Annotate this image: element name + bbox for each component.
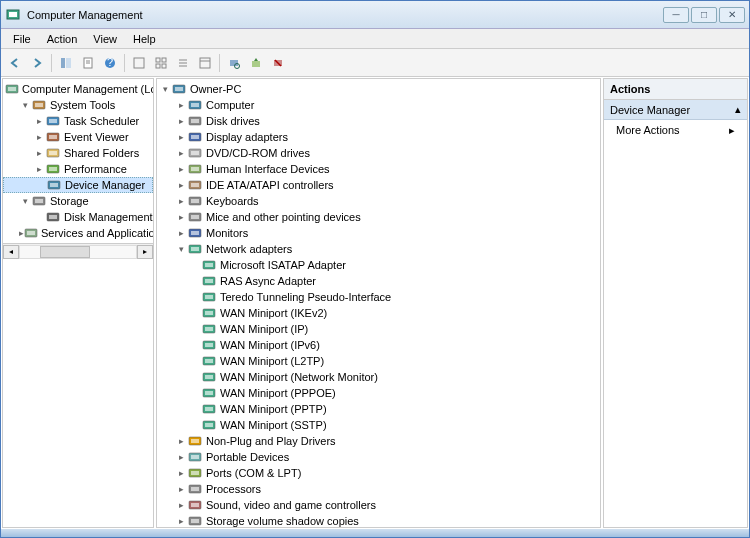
tree-item[interactable]: WAN Miniport (PPTP) [157,401,600,417]
tree-item[interactable]: ▸Human Interface Devices [157,161,600,177]
neta-icon [201,370,217,384]
tree-item[interactable]: ▸Monitors [157,225,600,241]
tree-item[interactable]: ▸Disk drives [157,113,600,129]
view-large-button[interactable] [129,53,149,73]
help-button[interactable]: ? [100,53,120,73]
tree-item[interactable]: Microsoft ISATAP Adapter [157,257,600,273]
expand-icon[interactable]: ▸ [33,148,45,158]
left-hscrollbar[interactable]: ◂▸ [3,243,153,259]
tree-item[interactable]: ▸Portable Devices [157,449,600,465]
collapse-icon[interactable]: ▾ [175,244,187,254]
menu-action[interactable]: Action [39,31,86,47]
svg-rect-75 [205,327,213,331]
expand-icon[interactable]: ▸ [175,164,187,174]
tree-item[interactable]: ▸Services and Applications [3,225,153,241]
scan-hardware-button[interactable] [224,53,244,73]
expand-icon[interactable]: ▸ [175,500,187,510]
svg-rect-21 [252,61,260,67]
menu-help[interactable]: Help [125,31,164,47]
view-list-button[interactable] [173,53,193,73]
back-button[interactable] [5,53,25,73]
expand-icon[interactable]: ▸ [175,100,187,110]
collapse-icon[interactable]: ▾ [19,196,31,206]
tree-item-label: Non-Plug and Play Drivers [206,435,336,447]
actions-section[interactable]: Device Manager ▴ [604,100,747,120]
collapse-icon[interactable]: ▾ [159,84,171,94]
tree-item[interactable]: ▸IDE ATA/ATAPI controllers [157,177,600,193]
tree-item-label: Shared Folders [64,147,139,159]
device-root[interactable]: ▾Owner-PC [157,81,600,97]
svg-rect-3 [66,58,71,68]
expand-icon[interactable]: ▸ [33,164,45,174]
tree-item[interactable]: ▸Storage volume shadow copies [157,513,600,528]
expand-icon[interactable]: ▸ [175,468,187,478]
tree-item[interactable]: WAN Miniport (L2TP) [157,353,600,369]
tree-item[interactable]: ▸Keyboards [157,193,600,209]
forward-button[interactable] [27,53,47,73]
tree-item[interactable]: ▸Ports (COM & LPT) [157,465,600,481]
tree-item[interactable]: ▸Mice and other pointing devices [157,209,600,225]
tree-item[interactable]: WAN Miniport (IKEv2) [157,305,600,321]
minimize-button[interactable]: ─ [663,7,689,23]
tree-item[interactable]: ▸Sound, video and game controllers [157,497,600,513]
svg-rect-79 [205,359,213,363]
close-button[interactable]: ✕ [719,7,745,23]
tree-item[interactable]: Computer Management (Local) [3,81,153,97]
view-small-button[interactable] [151,53,171,73]
tree-item[interactable]: WAN Miniport (PPPOE) [157,385,600,401]
expand-icon[interactable]: ▸ [175,484,187,494]
hid-icon [187,162,203,176]
tree-item[interactable]: WAN Miniport (Network Monitor) [157,369,600,385]
expand-icon[interactable]: ▸ [175,116,187,126]
neta-icon [201,354,217,368]
tree-item[interactable]: Disk Management [3,209,153,225]
tree-item-label: Teredo Tunneling Pseudo-Interface [220,291,391,303]
tree-item[interactable]: ▾System Tools [3,97,153,113]
tree-item[interactable]: Teredo Tunneling Pseudo-Interface [157,289,600,305]
tree-item[interactable]: ▸DVD/CD-ROM drives [157,145,600,161]
tree-item[interactable]: WAN Miniport (IP) [157,321,600,337]
expand-icon[interactable]: ▸ [33,132,45,142]
expand-icon[interactable]: ▸ [175,148,187,158]
svg-rect-73 [205,311,213,315]
expand-icon[interactable]: ▸ [175,436,187,446]
maximize-button[interactable]: □ [691,7,717,23]
expand-icon[interactable]: ▸ [175,132,187,142]
tree-item[interactable]: ▸Display adapters [157,129,600,145]
tree-item[interactable]: RAS Async Adapter [157,273,600,289]
neta-icon [201,418,217,432]
tree-item-label: Computer Management (Local) [22,83,154,95]
view-detail-button[interactable] [195,53,215,73]
expand-icon[interactable]: ▸ [175,516,187,526]
menu-view[interactable]: View [85,31,125,47]
expand-icon[interactable]: ▸ [33,116,45,126]
expand-icon[interactable]: ▸ [175,180,187,190]
tree-item[interactable]: ▸Non-Plug and Play Drivers [157,433,600,449]
mouse-icon [187,210,203,224]
svg-rect-57 [191,183,199,187]
collapse-icon[interactable]: ▾ [19,100,31,110]
tree-item[interactable]: ▸Computer [157,97,600,113]
tree-item[interactable]: ▸Task Scheduler [3,113,153,129]
update-driver-button[interactable] [246,53,266,73]
svg-rect-61 [191,215,199,219]
uninstall-button[interactable] [268,53,288,73]
expand-icon[interactable]: ▸ [175,196,187,206]
tree-item[interactable]: ▸Event Viewer [3,129,153,145]
tree-item[interactable]: WAN Miniport (IPv6) [157,337,600,353]
tree-item[interactable]: ▸Performance [3,161,153,177]
tree-item[interactable]: ▸Processors [157,481,600,497]
svg-rect-39 [35,199,43,203]
expand-icon[interactable]: ▸ [175,452,187,462]
tree-item[interactable]: ▸Shared Folders [3,145,153,161]
more-actions-item[interactable]: More Actions ▸ [604,120,747,141]
menu-file[interactable]: File [5,31,39,47]
properties-button[interactable] [78,53,98,73]
tree-item[interactable]: Device Manager [3,177,153,193]
tree-item[interactable]: WAN Miniport (SSTP) [157,417,600,433]
show-hide-tree-button[interactable] [56,53,76,73]
expand-icon[interactable]: ▸ [175,212,187,222]
tree-item[interactable]: ▾Network adapters [157,241,600,257]
tree-item[interactable]: ▾Storage [3,193,153,209]
expand-icon[interactable]: ▸ [175,228,187,238]
